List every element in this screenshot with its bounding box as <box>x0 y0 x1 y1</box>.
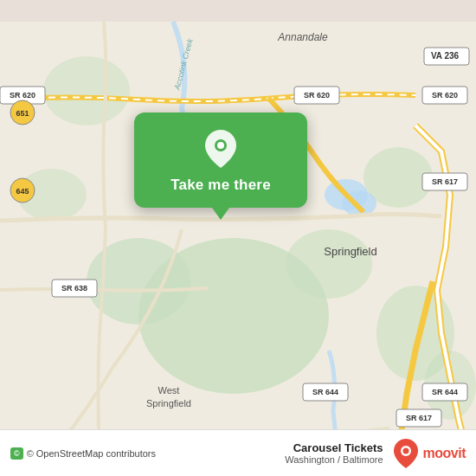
svg-text:SR 617: SR 617 <box>432 177 458 186</box>
svg-text:SR 617: SR 617 <box>406 414 432 422</box>
svg-text:SR 644: SR 644 <box>432 388 458 396</box>
svg-text:SR 638: SR 638 <box>61 284 87 293</box>
svg-text:VA 236: VA 236 <box>431 51 460 61</box>
location-pin-icon <box>202 130 240 168</box>
svg-point-3 <box>286 229 372 299</box>
bottom-bar: © © OpenStreetMap contributors Carousel … <box>0 429 476 476</box>
svg-text:SR 620: SR 620 <box>432 91 458 100</box>
svg-point-41 <box>402 447 408 453</box>
svg-point-5 <box>43 56 130 125</box>
map-container: VA 236 SR 620 SR 620 SR 620 SR 617 SR 61… <box>0 0 476 476</box>
app-info: Carousel Tickets Washington / Baltimore <box>285 441 383 465</box>
osm-logo: © <box>10 447 23 460</box>
svg-text:Springfield: Springfield <box>146 398 191 408</box>
svg-text:645: 645 <box>16 187 29 196</box>
svg-text:Springfield: Springfield <box>324 245 376 258</box>
svg-text:Annandale: Annandale <box>277 31 328 43</box>
svg-text:SR 644: SR 644 <box>312 388 338 396</box>
osm-attribution-text: © OpenStreetMap contributors <box>27 448 156 459</box>
svg-text:West: West <box>158 385 180 396</box>
svg-point-39 <box>217 142 224 149</box>
tooltip-label: Take me there <box>170 177 271 194</box>
map-svg: VA 236 SR 620 SR 620 SR 620 SR 617 SR 61… <box>0 0 476 476</box>
moovit-text: moovit <box>423 446 466 461</box>
osm-credit: © © OpenStreetMap contributors <box>10 447 285 460</box>
svg-text:651: 651 <box>16 109 29 118</box>
moovit-logo: moovit <box>394 439 466 468</box>
svg-text:SR 620: SR 620 <box>304 91 330 100</box>
moovit-pin-icon <box>394 439 418 468</box>
svg-text:SR 620: SR 620 <box>10 91 35 100</box>
app-name: Carousel Tickets <box>293 441 383 454</box>
take-me-there-button[interactable]: Take me there <box>134 113 307 208</box>
app-region: Washington / Baltimore <box>285 454 383 465</box>
